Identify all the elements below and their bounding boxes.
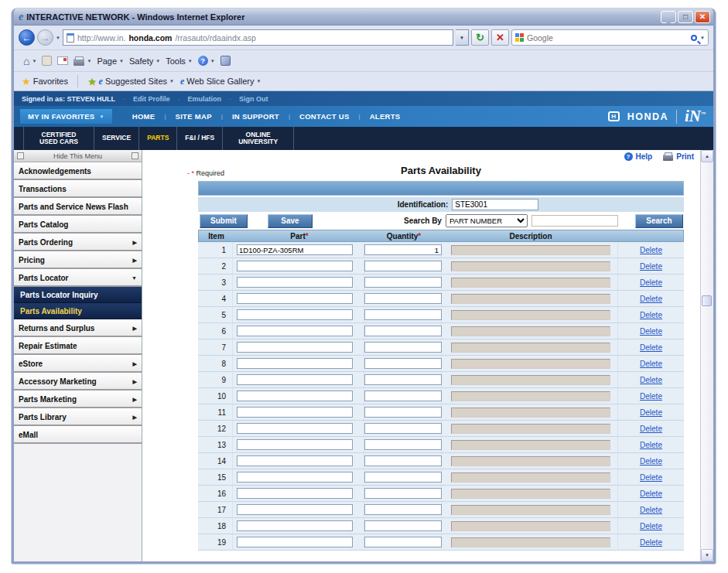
quantity-input[interactable] bbox=[364, 407, 442, 418]
quantity-input[interactable] bbox=[364, 520, 442, 531]
quantity-input[interactable] bbox=[364, 358, 442, 369]
part-input[interactable] bbox=[237, 309, 353, 320]
sidebar-item-repair-estimate[interactable]: Repair Estimate bbox=[14, 337, 142, 355]
page-menu[interactable]: Page▼ bbox=[97, 56, 124, 66]
save-button[interactable]: Save bbox=[268, 214, 313, 228]
delete-link[interactable]: Delete bbox=[640, 506, 662, 514]
part-input[interactable] bbox=[237, 277, 353, 288]
part-input[interactable] bbox=[237, 520, 353, 531]
print-button[interactable]: ▼ bbox=[73, 56, 91, 66]
sidebar-item-parts-ordering[interactable]: Parts Ordering▶ bbox=[14, 234, 142, 251]
site-nav-in-support[interactable]: IN SUPPORT bbox=[232, 112, 279, 121]
sidebar-item-estore[interactable]: eStore▶ bbox=[14, 355, 142, 373]
vertical-scrollbar[interactable]: ▲ ▼ bbox=[700, 150, 713, 561]
url-dropdown-button[interactable]: ▼ bbox=[456, 29, 469, 46]
forward-button[interactable]: → bbox=[37, 29, 53, 46]
stop-button[interactable]: ✕ bbox=[491, 29, 509, 46]
sidebar-item-accessory-marketing[interactable]: Accessory Marketing▶ bbox=[14, 373, 142, 391]
delete-link[interactable]: Delete bbox=[640, 360, 662, 368]
suggested-sites-button[interactable]: ★ e Suggested Sites ▼ bbox=[87, 76, 174, 87]
submit-button[interactable]: Submit bbox=[200, 214, 248, 228]
sidebar-item-pricing[interactable]: Pricing▶ bbox=[14, 251, 142, 269]
delete-link[interactable]: Delete bbox=[640, 246, 662, 254]
delete-link[interactable]: Delete bbox=[640, 489, 662, 498]
sidebar-item-returns-and-surplus[interactable]: Returns and Surplus▶ bbox=[14, 319, 142, 337]
part-input[interactable] bbox=[237, 358, 353, 369]
part-input[interactable] bbox=[237, 342, 353, 353]
quantity-input[interactable] bbox=[364, 342, 442, 353]
sidebar-item-acknowledgements[interactable]: Acknowledgements bbox=[14, 162, 142, 180]
close-button[interactable]: ✕ bbox=[695, 11, 710, 23]
search-by-select[interactable]: PART NUMBER bbox=[446, 214, 528, 227]
site-nav-contact-us[interactable]: CONTACT US bbox=[299, 112, 350, 121]
delete-link[interactable]: Delete bbox=[640, 473, 662, 482]
home-button[interactable]: ⌂▼ bbox=[23, 55, 36, 67]
tab-certified-used-cars[interactable]: CERTIFIED USED CARS bbox=[23, 127, 94, 150]
part-input[interactable] bbox=[237, 407, 353, 418]
help-menu[interactable]: ?▼ bbox=[198, 56, 215, 66]
quantity-input[interactable] bbox=[364, 277, 442, 288]
emulation-link[interactable]: Emulation bbox=[188, 95, 222, 103]
url-input[interactable]: http://www.in.honda.com/rrasauto/rdaaind… bbox=[63, 29, 453, 46]
sidebar-item-parts-marketing[interactable]: Parts Marketing▶ bbox=[14, 391, 142, 408]
delete-link[interactable]: Delete bbox=[640, 376, 662, 384]
tab-service[interactable]: SERVICE bbox=[94, 127, 139, 150]
delete-link[interactable]: Delete bbox=[640, 457, 662, 466]
back-button[interactable]: ← bbox=[19, 29, 35, 46]
scroll-down-button[interactable]: ▼ bbox=[701, 549, 713, 561]
quantity-input[interactable] bbox=[364, 504, 442, 515]
quantity-input[interactable] bbox=[364, 455, 442, 466]
quantity-input[interactable] bbox=[364, 374, 442, 385]
sidebar-item-parts-and-service-news-flash[interactable]: Parts and Service News Flash bbox=[14, 198, 142, 216]
edit-profile-link[interactable]: Edit Profile bbox=[133, 95, 170, 103]
safety-menu[interactable]: Safety▼ bbox=[129, 56, 160, 66]
search-term-input[interactable] bbox=[531, 215, 618, 227]
search-dropdown-icon[interactable]: ▼ bbox=[700, 36, 705, 40]
delete-link[interactable]: Delete bbox=[640, 408, 662, 417]
sign-out-link[interactable]: Sign Out bbox=[239, 95, 268, 103]
delete-link[interactable]: Delete bbox=[640, 441, 662, 449]
search-magnifier-icon[interactable] bbox=[691, 35, 697, 41]
delete-link[interactable]: Delete bbox=[640, 278, 662, 287]
delete-link[interactable]: Delete bbox=[640, 522, 662, 530]
quantity-input[interactable] bbox=[364, 423, 442, 434]
favorites-button[interactable]: ★ Favorites bbox=[22, 76, 68, 87]
site-nav-home[interactable]: HOME bbox=[132, 112, 156, 121]
identification-input[interactable] bbox=[452, 199, 538, 210]
part-input[interactable] bbox=[237, 326, 353, 336]
history-dropdown-icon[interactable]: ▼ bbox=[56, 36, 60, 40]
delete-link[interactable]: Delete bbox=[640, 538, 662, 547]
search-input[interactable] bbox=[527, 33, 688, 43]
sidebar-item-transactions[interactable]: Transactions bbox=[14, 180, 142, 198]
sidebar-item-parts-locator[interactable]: Parts Locator▼ bbox=[14, 269, 142, 287]
delete-link[interactable]: Delete bbox=[640, 425, 662, 433]
part-input[interactable] bbox=[237, 391, 353, 401]
part-input[interactable] bbox=[237, 244, 353, 255]
sidebar-item-emall[interactable]: eMall bbox=[14, 426, 142, 444]
maximize-button[interactable]: □ bbox=[678, 11, 693, 23]
quantity-input[interactable] bbox=[364, 293, 442, 304]
web-slice-gallery-button[interactable]: e Web Slice Gallery ▼ bbox=[180, 76, 261, 87]
sidebar-item-parts-library[interactable]: Parts Library▶ bbox=[14, 408, 142, 426]
quantity-input[interactable] bbox=[364, 261, 442, 271]
site-nav-alerts[interactable]: ALERTS bbox=[370, 112, 401, 121]
feeds-button[interactable] bbox=[42, 56, 52, 66]
quantity-input[interactable] bbox=[364, 326, 442, 336]
part-input[interactable] bbox=[237, 439, 353, 450]
delete-link[interactable]: Delete bbox=[640, 343, 662, 352]
delete-link[interactable]: Delete bbox=[640, 295, 662, 303]
quantity-input[interactable] bbox=[364, 391, 442, 401]
part-input[interactable] bbox=[237, 374, 353, 385]
search-button[interactable]: Search bbox=[635, 214, 683, 228]
site-nav-site-map[interactable]: SITE MAP bbox=[176, 112, 212, 121]
minimize-button[interactable]: _ bbox=[661, 11, 676, 23]
sidebar-item-parts-locator-inquiry[interactable]: Parts Locator Inquiry bbox=[14, 287, 142, 303]
part-input[interactable] bbox=[237, 423, 353, 434]
part-input[interactable] bbox=[237, 504, 353, 515]
scroll-up-button[interactable]: ▲ bbox=[701, 150, 713, 162]
quantity-input[interactable] bbox=[364, 439, 442, 450]
hide-menu-header[interactable]: Hide This Menu bbox=[14, 150, 142, 162]
help-link[interactable]: ? Help bbox=[624, 152, 653, 161]
quantity-input[interactable] bbox=[364, 537, 442, 547]
quantity-input[interactable] bbox=[364, 309, 442, 320]
